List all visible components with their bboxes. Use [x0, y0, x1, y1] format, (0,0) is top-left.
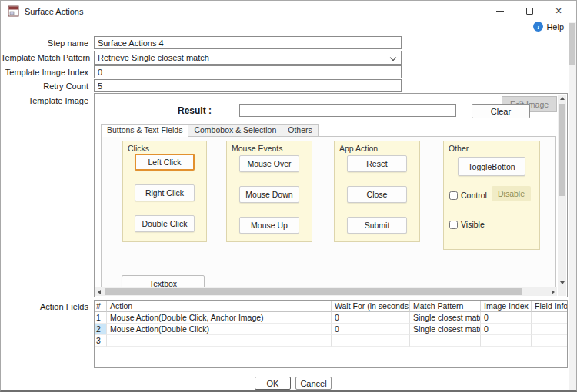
right-click-button[interactable]: Right Click [135, 184, 195, 201]
help-label: Help [546, 22, 564, 32]
window-vertical-scrollbar[interactable] [569, 22, 576, 390]
clear-button[interactable]: Clear [472, 104, 530, 118]
result-label: Result : [178, 105, 212, 116]
control-checkbox[interactable] [449, 191, 458, 200]
preview-horizontal-scrollbar[interactable] [95, 287, 557, 296]
col-header-wait-for[interactable]: Wait For (in seconds) [332, 301, 410, 312]
col-header-image-index[interactable]: Image Index [481, 301, 532, 312]
toggle-button[interactable]: ToggleBotton [458, 157, 525, 176]
col-header-action[interactable]: Action [107, 301, 332, 312]
window-title: Surface Actions [25, 7, 83, 16]
tab-buttons-text-fields[interactable]: Buttons & Text Fields [101, 124, 188, 137]
preview-vertical-scrollbar[interactable] [558, 95, 566, 287]
template-match-pattern-select[interactable]: Retrieve Single closest match [94, 51, 402, 65]
retry-count-input[interactable] [94, 79, 402, 92]
step-name-input[interactable] [94, 36, 402, 49]
control-checkbox-label: Control [461, 191, 487, 200]
close-app-button[interactable]: Close [347, 186, 407, 203]
scroll-up-icon [560, 97, 565, 100]
window-scroll-thumb[interactable] [569, 23, 575, 65]
close-button[interactable]: ✕ [544, 1, 573, 22]
template-image-index-input[interactable] [94, 65, 402, 78]
visible-checkbox-label: Visible [461, 220, 485, 229]
cell-action[interactable]: Mouse Action(Double Click) [107, 324, 332, 335]
template-match-pattern-value: Retrieve Single closest match [98, 53, 209, 62]
vertical-scroll-thumb[interactable] [559, 104, 565, 196]
row-number-selected: 2 [95, 324, 107, 335]
reset-button[interactable]: Reset [347, 155, 407, 172]
control-checkbox-row: Control [449, 191, 487, 200]
left-click-button[interactable]: Left Click [135, 154, 195, 171]
action-fields-label: Action Fields [1, 302, 88, 311]
scroll-down-icon [560, 281, 565, 284]
table-row[interactable]: 2 Mouse Action(Double Click) 0 Single cl… [95, 324, 567, 335]
scroll-left-icon [98, 290, 101, 294]
ok-button[interactable]: OK [255, 377, 291, 390]
cell-wait-for[interactable]: 0 [332, 312, 410, 324]
table-header-row: # Action Wait For (in seconds) Match Pat… [95, 301, 567, 312]
surface-actions-dialog: Surface Actions ✕ i Help Step name Templ… [0, 0, 577, 392]
chevron-down-icon [390, 55, 396, 61]
disable-button: Disable [492, 186, 531, 201]
cell-image-index[interactable]: 0 [481, 324, 532, 335]
mouse-down-button[interactable]: Mouse Down [239, 186, 299, 203]
cell-action[interactable] [107, 335, 332, 347]
minimize-button[interactable] [485, 1, 515, 22]
mouse-events-group: Mouse Events Mouse Over Mouse Down Mouse… [226, 141, 312, 242]
visible-checkbox-row: Visible [449, 220, 485, 229]
app-action-group-title: App Action [339, 144, 378, 153]
row-number: 1 [95, 312, 107, 324]
caption-controls: ✕ [485, 1, 573, 22]
other-group: Other ToggleBotton Control Disable Visib… [443, 141, 540, 250]
cell-match-pattern[interactable]: Single closest match [410, 312, 481, 324]
cell-match-pattern[interactable]: Single closest match [410, 324, 481, 335]
app-icon [8, 5, 19, 17]
cell-wait-for[interactable] [332, 335, 410, 347]
mouse-up-button[interactable]: Mouse Up [239, 217, 299, 234]
table-row[interactable]: 3 [95, 335, 567, 347]
maximize-button[interactable] [515, 1, 544, 22]
scroll-right-icon [552, 290, 555, 294]
preview-tabs: Buttons & Text Fields Combobox & Selecti… [101, 124, 318, 137]
app-action-group: App Action Reset Close Submit [334, 141, 420, 242]
minimize-icon [496, 11, 504, 12]
table-row[interactable]: 1 Mouse Action(Double Click, Anchor Imag… [95, 312, 567, 324]
titlebar: Surface Actions ✕ [1, 1, 576, 22]
tab-combobox-selection[interactable]: Combobox & Selection [188, 124, 282, 137]
result-field[interactable] [239, 104, 456, 117]
col-header-num[interactable]: # [95, 301, 107, 312]
visible-checkbox[interactable] [449, 221, 458, 229]
col-header-match-pattern[interactable]: Match Pattern [410, 301, 481, 312]
cell-field-info[interactable] [532, 324, 567, 335]
action-fields-table: # Action Wait For (in seconds) Match Pat… [94, 300, 568, 368]
template-image-preview: Edit Image Result : Clear Buttons & Text… [94, 93, 568, 297]
other-group-title: Other [449, 144, 469, 153]
tab-others[interactable]: Others [282, 124, 319, 137]
clicks-group: Clicks Left Click Right Click Double Cli… [122, 141, 207, 242]
cell-field-info[interactable] [532, 312, 567, 324]
template-image-index-label: Template Image Index [1, 68, 88, 77]
cell-image-index[interactable] [481, 335, 532, 347]
horizontal-scroll-thumb[interactable] [105, 288, 522, 295]
col-header-field-info[interactable]: Field Info [532, 301, 567, 312]
cell-match-pattern[interactable] [410, 335, 481, 347]
scrollbar-corner [558, 287, 566, 296]
cell-action[interactable]: Mouse Action(Double Click, Anchor Image) [107, 312, 332, 324]
double-click-button[interactable]: Double Click [135, 215, 195, 232]
mouse-over-button[interactable]: Mouse Over [239, 155, 299, 172]
info-icon: i [533, 22, 543, 32]
tab-content: Clicks Left Click Right Click Double Cli… [101, 136, 556, 289]
cell-wait-for[interactable]: 0 [332, 324, 410, 335]
row-number: 3 [95, 335, 107, 347]
step-name-label: Step name [1, 38, 88, 48]
maximize-icon [526, 8, 533, 15]
cancel-button[interactable]: Cancel [295, 377, 332, 390]
cell-field-info[interactable] [532, 335, 567, 347]
template-image-label: Template Image [1, 96, 88, 105]
submit-button[interactable]: Submit [347, 217, 407, 234]
mouse-events-group-title: Mouse Events [232, 144, 283, 153]
help-link[interactable]: i Help [533, 22, 564, 32]
cell-image-index[interactable]: 0 [481, 312, 532, 324]
clicks-group-title: Clicks [128, 144, 149, 153]
retry-count-label: Retry Count [1, 81, 88, 91]
